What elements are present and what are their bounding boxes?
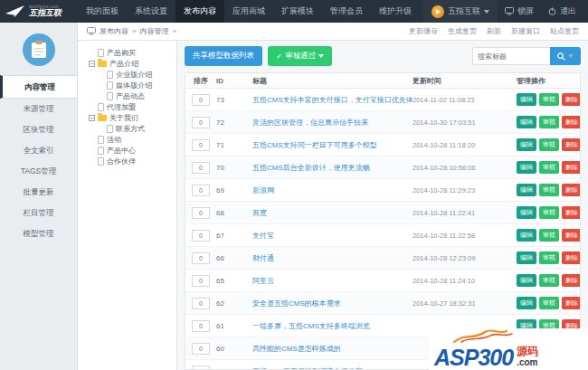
delete-button[interactable]: 删除 (562, 116, 581, 128)
edit-button[interactable]: 编辑 (517, 138, 536, 151)
edit-button[interactable]: 编辑 (517, 206, 536, 219)
top-nav-item[interactable]: 系统设置 (127, 0, 175, 23)
top-nav-item[interactable]: 我的面板 (78, 0, 127, 23)
quicklink[interactable]: 刷新 (487, 26, 501, 36)
sort-order-input[interactable] (192, 162, 210, 174)
sort-order-input[interactable] (192, 320, 210, 332)
approve-button[interactable]: ✓ 审核通过 (268, 46, 332, 66)
article-title-link[interactable]: 百度 (252, 209, 267, 217)
edit-button[interactable]: 编辑 (517, 229, 536, 242)
breadcrumb-link[interactable]: 发布内容 (100, 26, 128, 36)
article-title-link[interactable]: 阿里云 (252, 277, 274, 285)
search-input[interactable] (472, 47, 550, 65)
review-button[interactable]: 审核 (539, 116, 559, 128)
sort-order-input[interactable] (192, 94, 210, 106)
tree-node-label: 活动 (107, 135, 121, 145)
article-title-link[interactable]: 五指CMS支持丰富的支付接口，支付宝接口优先体验 (252, 96, 413, 104)
tree-node[interactable]: −产品介绍 (89, 58, 176, 69)
review-button[interactable]: 审核 (539, 297, 559, 309)
top-nav-item[interactable]: 管理会员 (322, 0, 371, 23)
edit-button[interactable]: 编辑 (517, 161, 536, 174)
quicklink[interactable]: 新建窗口 (511, 26, 540, 36)
sidebar-item[interactable]: 内容管理 (0, 75, 77, 99)
review-button[interactable]: 审核 (539, 184, 559, 196)
sidebar-item[interactable]: 来源管理 (0, 99, 77, 119)
search-button[interactable] (550, 47, 581, 65)
review-button[interactable]: 审核 (539, 161, 559, 174)
review-button[interactable]: 审核 (539, 251, 559, 264)
sort-order-input[interactable] (192, 207, 210, 219)
tree-node[interactable]: 联系方式 (89, 123, 176, 134)
top-nav-item[interactable]: 维护升级 (371, 0, 420, 23)
sort-order-input[interactable] (192, 252, 210, 264)
top-nav-item[interactable]: 扩展模块 (273, 0, 322, 23)
tree-node[interactable]: 代理加盟 (89, 101, 176, 112)
delete-button[interactable]: 删除 (562, 93, 581, 106)
sort-order-input[interactable] (192, 117, 210, 128)
sidebar-item[interactable]: 全文索引 (0, 140, 77, 161)
review-button[interactable]: 审核 (539, 274, 559, 287)
sort-order-input[interactable] (192, 343, 210, 355)
article-title-link[interactable]: 一端多屏，五指CMS支持多终端浏览 (252, 322, 370, 330)
top-nav-item[interactable]: 应用商城 (224, 0, 273, 23)
tree-node[interactable]: 活动 (89, 134, 176, 145)
sort-order-input[interactable] (192, 275, 210, 287)
sort-order-input[interactable] (192, 365, 210, 370)
article-title-link[interactable]: 新浪网 (252, 186, 274, 194)
sort-order-input[interactable] (192, 139, 210, 151)
shared-model-list-button[interactable]: 共享模型数据列表 (185, 46, 262, 66)
sidebar-item[interactable]: 区块管理 (0, 119, 77, 140)
delete-button[interactable]: 删除 (562, 251, 581, 264)
sidebar-item[interactable]: 模型管理 (0, 223, 77, 244)
tree-node[interactable]: 合作伙伴 (89, 156, 176, 166)
quicklink[interactable]: 更新缓存 (409, 26, 438, 36)
delete-button[interactable]: 删除 (562, 206, 581, 219)
sort-order-input[interactable] (192, 298, 210, 309)
review-button[interactable]: 审核 (539, 138, 559, 151)
review-button[interactable]: 审核 (539, 229, 559, 242)
tree-collapse-icon[interactable]: − (89, 115, 95, 121)
quicklink[interactable]: 站点首页 (550, 26, 579, 36)
tree-node[interactable]: 企业版介绍 (89, 69, 176, 80)
article-title-link[interactable]: 财付通 (252, 254, 274, 262)
tree-node[interactable]: 产品动态 (89, 90, 176, 101)
sidebar-item[interactable]: 批量更新 (0, 182, 77, 203)
delete-button[interactable]: 删除 (562, 274, 581, 287)
article-title-link[interactable]: 安全是五指CMS的根本需求 (252, 299, 341, 308)
tree-collapse-icon[interactable]: − (89, 61, 95, 67)
sort-order-input[interactable] (192, 230, 210, 242)
delete-button[interactable]: 删除 (562, 138, 581, 151)
edit-button[interactable]: 编辑 (517, 184, 536, 196)
edit-button[interactable]: 编辑 (517, 251, 536, 264)
tree-node[interactable]: −关于我们 (89, 112, 176, 123)
article-title-link[interactable]: 灵活的区块管理，信息展示信手拈来 (252, 119, 368, 127)
review-button[interactable]: 审核 (539, 93, 559, 106)
delete-button[interactable]: 删除 (562, 229, 581, 242)
lock-screen-button[interactable]: 锁屏 (498, 0, 541, 23)
sidebar-item[interactable]: TAGS管理 (0, 161, 77, 182)
delete-button[interactable]: 删除 (562, 184, 581, 196)
user-menu[interactable]: 五指互联 (423, 0, 498, 23)
delete-button[interactable]: 删除 (562, 161, 581, 174)
breadcrumb-link[interactable]: 内容管理 (139, 26, 168, 36)
review-button[interactable]: 审核 (539, 206, 559, 219)
sort-order-input[interactable] (192, 185, 210, 196)
tree-node[interactable]: 产品中心 (89, 145, 176, 156)
tree-node[interactable]: 媒体版介绍 (89, 80, 176, 90)
article-title-link[interactable]: 高性能的CMS是怎样炼成的 (252, 345, 341, 353)
table-row: 65阿里云2014-10-28 11:24:10编辑审核删除 (185, 270, 580, 292)
article-title-link[interactable]: 五指CMS支持同一栏目下可用多个模型 (252, 141, 377, 149)
edit-button[interactable]: 编辑 (517, 274, 536, 287)
edit-button[interactable]: 编辑 (517, 116, 536, 128)
article-title-link[interactable]: 五指CMS后台全新设计，使用更流畅 (252, 164, 370, 172)
edit-button[interactable]: 编辑 (517, 297, 536, 309)
quicklink[interactable]: 生成首页 (448, 26, 477, 36)
tree-node[interactable]: 产品购买 (89, 47, 176, 58)
top-nav-item[interactable]: 发布内容 (175, 0, 224, 23)
sidebar-item[interactable]: 栏目管理 (0, 203, 77, 223)
article-title-link[interactable]: 五指CMS三周年特别精选心得分享 (252, 367, 363, 370)
edit-button[interactable]: 编辑 (517, 93, 536, 106)
logout-button[interactable]: 退出 (541, 0, 583, 23)
article-title-link[interactable]: 支付宝 (252, 232, 274, 240)
delete-button[interactable]: 删除 (562, 297, 581, 309)
